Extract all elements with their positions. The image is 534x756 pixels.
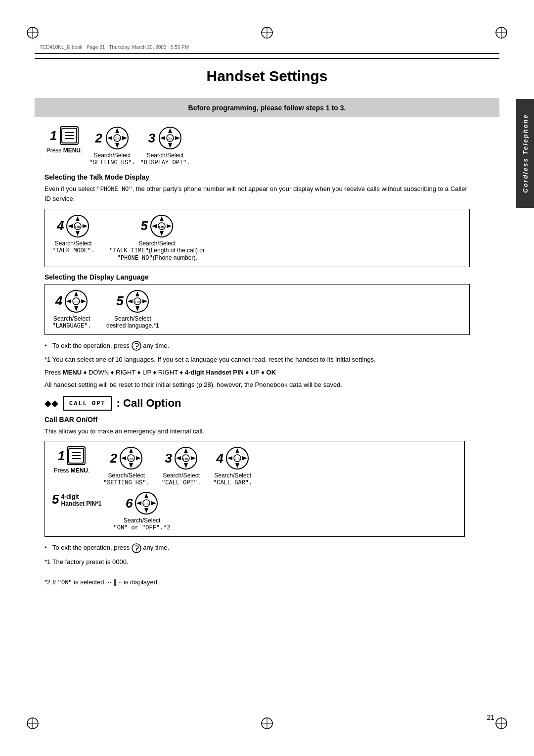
- call-bar-step-1-label: Press MENU.: [54, 467, 90, 474]
- svg-marker-37: [76, 216, 80, 221]
- call-bar-steps-row1: 1 Press MENU.: [52, 446, 457, 486]
- talk-mode-steps-block: 4 OK: [44, 209, 470, 267]
- step-num-3: 3: [148, 131, 155, 146]
- dpad-icon-2: OK: [105, 126, 129, 150]
- call-bar-step-4-label: Search/Select"CALL BAR".: [213, 472, 252, 486]
- step-num-2: 2: [95, 131, 102, 146]
- svg-marker-39: [68, 224, 73, 228]
- svg-marker-79: [184, 463, 188, 468]
- svg-marker-78: [184, 448, 188, 453]
- svg-marker-32: [160, 136, 165, 140]
- page: TCD410NL_E.book Page 21 Thursday, March …: [0, 0, 534, 756]
- call-bar-step-2-label: Search/Select"SETTING HS".: [103, 472, 150, 486]
- talk-step-4-label: Search/Select"TALK MODE".: [52, 240, 94, 254]
- svg-text:OK: OK: [234, 457, 240, 461]
- svg-marker-81: [191, 456, 196, 460]
- svg-marker-94: [136, 501, 141, 505]
- call-bar-steps-row2: 5 4-digitHandset PIN*1 6: [52, 491, 457, 531]
- prereq-text: Before programming, please follow steps …: [188, 104, 346, 112]
- dpad-icon-bar-2: OK: [119, 446, 143, 470]
- diamonds-icon: ◆◆: [44, 398, 58, 409]
- time: 5:55 PM: [171, 45, 189, 50]
- intro-steps-row: 1 Press MENU. 2: [44, 126, 490, 166]
- svg-marker-53: [66, 299, 71, 303]
- call-bar-body: This allows you to make an emergency and…: [44, 426, 465, 436]
- svg-marker-86: [235, 463, 239, 468]
- call-option-header: ◆◆ CALL OPT : Call Option: [44, 396, 465, 411]
- call-option-lcd: CALL OPT: [63, 396, 112, 411]
- svg-text:OK: OK: [167, 137, 173, 141]
- svg-marker-87: [227, 456, 232, 460]
- call-bar-step-num-2: 2: [110, 451, 117, 466]
- sidebar-text: Cordless Telephone: [522, 114, 529, 193]
- display-lang-heading: Selecting the Display Language: [44, 273, 470, 281]
- talk-step-num-4: 4: [57, 218, 64, 234]
- section-display-lang: Selecting the Display Language 4: [44, 273, 470, 390]
- svg-marker-45: [160, 231, 164, 236]
- intro-steps: 1 Press MENU. 2: [44, 126, 490, 166]
- call-bar-note-factory: *1 The factory preset is 0000.: [44, 557, 465, 567]
- reg-mark-tr: [494, 26, 508, 40]
- svg-marker-47: [167, 224, 172, 228]
- call-bar-notes: To exit the operation, press any time.: [44, 543, 465, 553]
- call-bar-step-1: 1 Press MENU.: [52, 446, 91, 474]
- call-option-title: : Call Option: [117, 397, 181, 410]
- call-bar-step-3: 3 OK: [162, 446, 201, 486]
- svg-marker-26: [122, 136, 127, 140]
- dpad-icon-bar-4: OK: [225, 446, 249, 470]
- display-note-1: To exit the operation, press any time.: [44, 341, 470, 351]
- svg-marker-54: [81, 299, 86, 303]
- call-bar-step-num-4: 4: [216, 451, 223, 466]
- prereq-box: Before programming, please follow steps …: [35, 98, 499, 117]
- call-bar-note-1: To exit the operation, press any time.: [44, 543, 465, 553]
- call-bar-step-6-label: Search/Select"ON" or "OFF".*2: [114, 517, 171, 531]
- display-lang-steps-block: 4 OK: [44, 284, 470, 335]
- call-bar-step-num-5: 5: [52, 492, 59, 507]
- svg-marker-88: [242, 456, 247, 460]
- call-bar-step-3-label: Search/Select"CALL OPT".: [162, 472, 201, 486]
- svg-marker-40: [83, 224, 88, 228]
- display-lang-steps-row: 4 OK: [52, 289, 462, 330]
- call-bar-step-2: 2 OK: [103, 446, 150, 486]
- section-talk-mode: Selecting the Talk Mode Display Even if …: [44, 173, 470, 267]
- svg-marker-44: [160, 216, 164, 221]
- dpad-icon-bar-3: OK: [174, 446, 198, 470]
- svg-marker-74: [136, 456, 141, 460]
- svg-marker-25: [107, 136, 112, 140]
- call-bar-step-4: 4 OK: [213, 446, 253, 486]
- svg-marker-52: [74, 306, 78, 311]
- title-divider: [35, 53, 499, 54]
- call-bar-heading: Call BAR On/Off: [44, 416, 465, 424]
- svg-marker-46: [152, 224, 157, 228]
- svg-marker-24: [115, 143, 119, 148]
- lang-step-5-label: Search/Selectdesired language.*1: [106, 315, 159, 329]
- call-bar-steps-block: 1 Press MENU.: [44, 441, 465, 537]
- svg-point-99: [136, 550, 137, 551]
- svg-marker-51: [74, 291, 78, 296]
- talk-step-5-label: Search/Select"TALK TIME"(Length of the c…: [109, 240, 205, 262]
- sidebar: Cordless Telephone: [516, 99, 534, 208]
- svg-marker-38: [76, 231, 80, 236]
- dpad-icon-talk-5: OK: [150, 214, 174, 238]
- reg-mark-tl: [26, 26, 40, 40]
- svg-marker-30: [168, 128, 172, 133]
- svg-marker-93: [144, 508, 148, 513]
- intro-step-1: 1 Press MENU.: [44, 126, 84, 154]
- svg-marker-95: [151, 501, 156, 505]
- svg-marker-85: [235, 448, 239, 453]
- svg-marker-31: [168, 143, 172, 148]
- call-bar-step-5: 5 4-digitHandset PIN*1: [52, 491, 102, 507]
- svg-text:OK: OK: [75, 225, 81, 229]
- svg-marker-59: [135, 306, 139, 311]
- svg-marker-58: [135, 291, 139, 296]
- svg-text:OK: OK: [144, 502, 150, 506]
- svg-marker-80: [176, 456, 181, 460]
- svg-text:OK: OK: [183, 457, 189, 461]
- talk-mode-body: Even if you select "PHONE NO", the other…: [44, 184, 470, 204]
- step-num-1: 1: [50, 128, 57, 143]
- svg-text:OK: OK: [114, 137, 120, 141]
- page-title: Handset Settings: [35, 58, 499, 89]
- svg-text:OK: OK: [73, 300, 79, 304]
- page-info: Page 21: [87, 45, 105, 50]
- intro-step-2-label: Search/Select"SETTING HS".: [89, 152, 135, 166]
